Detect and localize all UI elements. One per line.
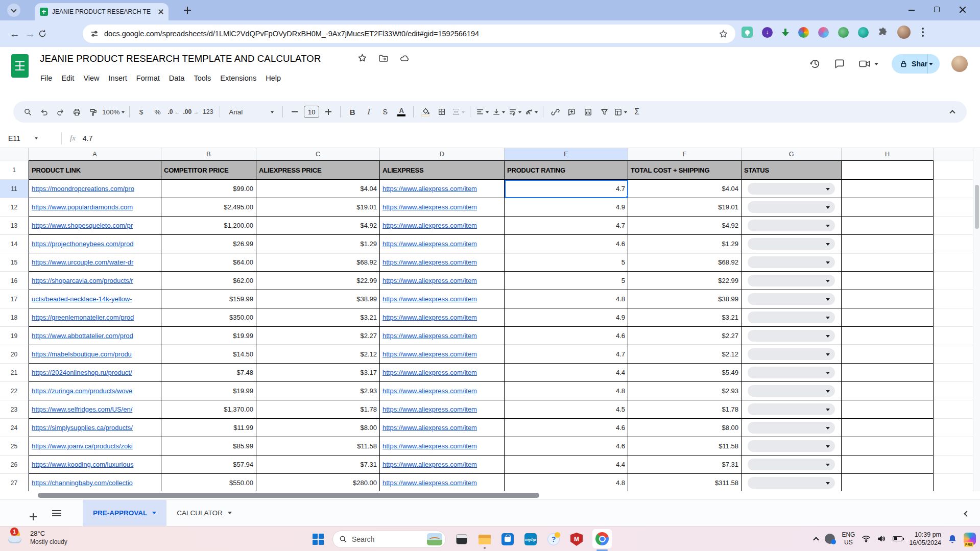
bold-button[interactable]: B [345, 104, 360, 119]
product-link[interactable]: https://www.urcouple.com/water-dr [29, 258, 133, 266]
cell-G14[interactable] [742, 235, 842, 253]
tab-search-button[interactable] [7, 4, 20, 17]
cell-E12[interactable]: 4.9 [505, 198, 628, 217]
weather-widget[interactable]: 1 28°C Mostly cloudy [7, 529, 67, 546]
borders-button[interactable] [435, 104, 449, 119]
cell-E17[interactable]: 4.8 [505, 290, 628, 308]
cell-D17[interactable]: https://www.aliexpress.com/item [380, 290, 505, 308]
cell-F15[interactable]: $68.92 [628, 253, 742, 272]
cell-D16[interactable]: https://www.aliexpress.com/item [380, 272, 505, 290]
cell-G19[interactable] [742, 327, 842, 345]
cell-D24[interactable]: https://www.aliexpress.com/item [380, 419, 505, 437]
cell-H12[interactable] [842, 198, 934, 217]
cell-E11[interactable]: 4.7 [505, 180, 628, 198]
cell-D21[interactable]: https://www.aliexpress.com/item [380, 364, 505, 382]
cell-A14[interactable]: https://projecthoneybees.com/prod [29, 235, 161, 253]
taskbar-myhp[interactable]: myhp [523, 532, 538, 546]
cell-H24[interactable] [842, 419, 934, 437]
row-header-12[interactable]: 12 [0, 198, 29, 217]
status-dropdown[interactable] [748, 312, 835, 323]
redo-button[interactable] [53, 104, 67, 119]
tab-close-icon[interactable] [158, 9, 163, 14]
product-link[interactable]: https://www.abbottatelier.com/prod [29, 332, 133, 340]
cell-C20[interactable]: $2.12 [256, 345, 380, 364]
cell-H25[interactable] [842, 437, 934, 456]
product-link[interactable]: https://channingbaby.com/collectio [29, 479, 133, 487]
row-header-14[interactable]: 14 [0, 235, 29, 253]
text-wrap-button[interactable] [508, 104, 522, 119]
sheet-tab-calculator[interactable]: CALCULATOR [166, 500, 242, 526]
menu-tools[interactable]: Tools [189, 71, 216, 85]
header-cell-product-rating[interactable]: PRODUCT RATING [505, 160, 628, 180]
cell-E21[interactable]: 4.4 [505, 364, 628, 382]
maximize-icon[interactable] [934, 7, 940, 12]
status-dropdown[interactable] [748, 183, 835, 195]
cell-D13[interactable]: https://www.aliexpress.com/item [380, 217, 505, 235]
taskbar-get-help[interactable]: ? [546, 532, 561, 546]
cell-F18[interactable]: $3.21 [628, 308, 742, 327]
aliexpress-link[interactable]: https://www.aliexpress.com/item [380, 405, 477, 413]
taskbar-file-explorer[interactable] [477, 532, 492, 546]
cell-H27[interactable] [842, 474, 934, 491]
fill-handle[interactable] [626, 196, 628, 198]
sheet-tab-pre-approval[interactable]: PRE-APPROVAL [83, 500, 166, 526]
format-currency-button[interactable]: $ [134, 104, 149, 119]
header-cell-h-empty[interactable] [842, 160, 934, 180]
cell-F23[interactable]: $1.78 [628, 400, 742, 419]
header-cell-status[interactable]: STATUS [742, 160, 842, 180]
language-indicator[interactable]: ENG US [842, 531, 855, 546]
column-header-D[interactable]: D [380, 148, 505, 160]
cell-H20[interactable] [842, 345, 934, 364]
close-icon[interactable] [959, 6, 966, 13]
insert-chart-button[interactable] [581, 104, 595, 119]
strikethrough-button[interactable]: S [378, 104, 392, 119]
decrease-decimal-button[interactable]: .0← [167, 104, 181, 119]
horizontal-scrollbar-thumb[interactable] [38, 493, 539, 498]
menu-help[interactable]: Help [261, 71, 285, 85]
cell-E20[interactable]: 4.7 [505, 345, 628, 364]
italic-button[interactable]: I [362, 104, 376, 119]
cell-H13[interactable] [842, 217, 934, 235]
column-header-H[interactable]: H [842, 148, 934, 160]
extension-colorful-icon-1[interactable] [798, 27, 809, 38]
cell-B27[interactable]: $550.00 [161, 474, 256, 491]
cell-D11[interactable]: https://www.aliexpress.com/item [380, 180, 505, 198]
cell-C13[interactable]: $4.92 [256, 217, 380, 235]
row-header-25[interactable]: 25 [0, 437, 29, 456]
header-cell-aliexpress[interactable]: ALIEXPRESS [380, 160, 505, 180]
cell-F20[interactable]: $2.12 [628, 345, 742, 364]
cell-B26[interactable]: $57.94 [161, 456, 256, 474]
row-header-20[interactable]: 20 [0, 345, 29, 364]
cell-E27[interactable]: 4.8 [505, 474, 628, 491]
cell-A24[interactable]: https://simplysupplies.ca/products/ [29, 419, 161, 437]
clock[interactable]: 10:39 pm 16/05/2024 [909, 531, 941, 547]
status-dropdown[interactable] [748, 477, 835, 489]
grid-corner[interactable] [0, 148, 29, 160]
cell-C14[interactable]: $1.29 [256, 235, 380, 253]
product-link[interactable]: https://mabelsboutique.com/produ [29, 350, 132, 358]
hidden-icons-chevron[interactable] [814, 537, 819, 542]
aliexpress-link[interactable]: https://www.aliexpress.com/item [380, 314, 477, 321]
product-link[interactable]: https://greenlemonatelier.com/prod [29, 314, 134, 321]
cell-C25[interactable]: $11.58 [256, 437, 380, 456]
cell-F13[interactable]: $4.92 [628, 217, 742, 235]
cell-F16[interactable]: $22.99 [628, 272, 742, 290]
status-dropdown[interactable] [748, 385, 835, 397]
aliexpress-link[interactable]: https://www.aliexpress.com/item [380, 442, 477, 450]
product-link[interactable]: https://projecthoneybees.com/prod [29, 240, 133, 248]
hide-toolbar-button[interactable] [945, 104, 960, 119]
cell-H19[interactable] [842, 327, 934, 345]
column-header-G[interactable]: G [742, 148, 842, 160]
volume-icon[interactable] [877, 535, 886, 542]
cell-H11[interactable] [842, 180, 934, 198]
text-color-button[interactable]: A [394, 104, 409, 119]
cell-A25[interactable]: https://www.joanv.ca/products/zoki [29, 437, 161, 456]
cell-E13[interactable]: 4.7 [505, 217, 628, 235]
aliexpress-link[interactable]: https://www.aliexpress.com/item [380, 332, 477, 340]
status-dropdown[interactable] [748, 440, 835, 452]
cell-C27[interactable]: $280.00 [256, 474, 380, 491]
row-header-11[interactable]: 11 [0, 180, 29, 198]
cell-D15[interactable]: https://www.aliexpress.com/item [380, 253, 505, 272]
menu-edit[interactable]: Edit [57, 71, 79, 85]
cell-B16[interactable]: $62.00 [161, 272, 256, 290]
